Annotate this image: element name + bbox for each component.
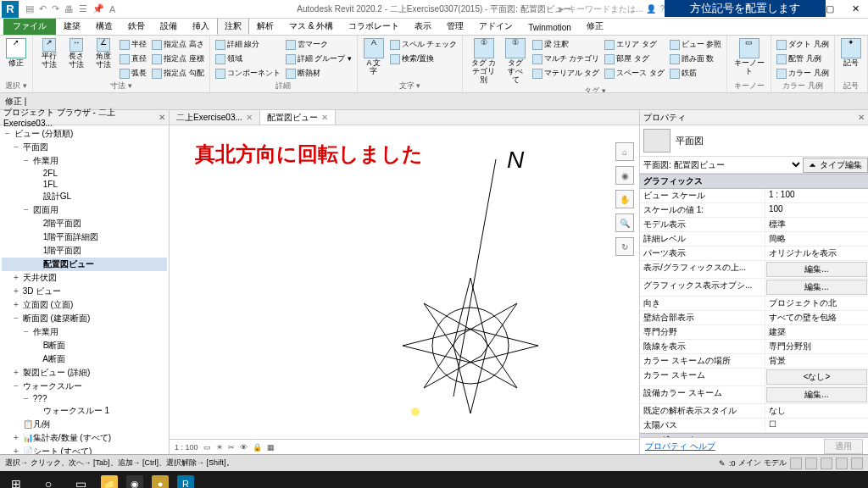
view-tab-project[interactable]: 二上Exercise03...✕ [170,110,260,125]
tab-struct[interactable]: 構造 [88,18,120,35]
tree-item[interactable]: 設計GL [2,190,167,203]
tree-item[interactable]: − ??? [2,393,167,404]
nav-zoom-icon[interactable]: 🔍 [615,214,634,232]
tree-item[interactable]: 1階平面詳細図 [2,230,167,244]
tab-steel[interactable]: 鉄骨 [120,18,153,35]
tree-item[interactable]: ウォークスルー 1 [2,404,167,418]
vsb-icon[interactable]: ▭ [203,443,211,452]
tread-button[interactable]: 踏み面 数 [668,52,724,66]
insulation-button[interactable]: 断熱材 [284,66,353,80]
spell-check-button[interactable]: スペル チェック [388,37,459,52]
space-tag-button[interactable]: スペース タグ [603,66,666,80]
edit-type-button[interactable]: ⏶ タイプ編集 [803,158,868,173]
revision-cloud-button[interactable]: 雲マーク [284,37,353,52]
tab-analyze[interactable]: 解析 [249,18,281,35]
start-button[interactable]: ⊞ [0,471,32,488]
qat-more-icon[interactable]: ☰ [79,3,87,14]
browser-close-icon[interactable]: ✕ [159,113,165,122]
title-search[interactable]: ► キーワードまたは... 👤 ? [557,3,665,15]
arc-length-button[interactable]: 弧長 [118,66,148,80]
tree-item[interactable]: 2FL [2,168,167,179]
color-legend-button[interactable]: カラー 凡例 [775,66,831,80]
tab-annotate[interactable]: 注釈 [217,18,249,35]
aligned-dim-button[interactable]: ↗平行寸法 [36,37,62,70]
radial-dim-button[interactable]: 半径 [118,37,148,52]
browser-tree[interactable]: − ビュー (分類順)− 平面図− 作業用 2FL 1FL 設計GL− 図面用 … [0,125,169,454]
multi-cat-button[interactable]: マルチ カテゴリ [531,52,602,66]
linear-dim-button[interactable]: ↔長さ寸法 [64,37,89,70]
tab-mass[interactable]: マス & 外構 [281,18,341,35]
spot-slope-button[interactable]: 指定点 勾配 [150,66,206,80]
user-icon[interactable]: 👤 [646,4,656,14]
qat-a-icon[interactable]: A [109,4,115,14]
spot-elev-button[interactable]: 指定点 高さ [150,37,206,52]
detail-group-button[interactable]: 詳細 グループ ▾ [284,52,353,66]
qat-save-icon[interactable]: ▤ [25,3,34,14]
tree-item[interactable]: − 作業用 [2,325,167,339]
vsb-icon[interactable]: ▦ [267,443,275,452]
region-button[interactable]: 領域 [214,52,282,66]
props-close-icon[interactable]: ✕ [858,113,865,122]
sb-filter-icon[interactable] [790,458,802,469]
tab-arch[interactable]: 建築 [56,18,88,35]
symbol-button[interactable]: ✦記号 [838,37,864,69]
text-button[interactable]: AA 文字 [361,37,387,77]
tree-item[interactable]: + 📄シート (すべて) [2,445,167,454]
tag-all-button[interactable]: ①タグ すべて [503,37,529,86]
sb-icon[interactable]: ✎ [719,459,726,468]
tab-modify[interactable]: 修正 [579,18,611,35]
tree-item[interactable]: − ウォークスルー [2,380,167,393]
tab-view[interactable]: 表示 [407,18,439,35]
tree-item[interactable]: 配置図ビュー [2,258,167,271]
north-arrow-symbol[interactable]: N [263,134,704,439]
tab-addin[interactable]: アドイン [471,18,520,35]
tree-item[interactable]: B断面 [2,339,167,352]
diameter-dim-button[interactable]: 直径 [118,52,148,66]
tb-app1[interactable]: ◉ [122,471,147,488]
area-tag-button[interactable]: エリア タグ [603,37,666,52]
tree-item[interactable]: + 天井伏図 [2,271,167,285]
sb-pin-icon[interactable] [836,458,848,469]
tree-item[interactable]: 1FL [2,179,167,190]
view-ref-button[interactable]: ビュー 参照 [668,37,724,52]
nav-home-icon[interactable]: ⌂ [615,142,634,161]
tb-explorer[interactable]: 📁 [97,471,122,488]
rebar-button[interactable]: 鉄筋 [668,66,724,80]
tag-category-button[interactable]: ①タグ カテゴリ別 [466,37,500,86]
room-tag-button[interactable]: 部屋 タグ [603,52,666,66]
close-button[interactable]: ✕ [843,0,868,19]
tab-manage[interactable]: 管理 [439,18,471,35]
tree-item[interactable]: 1階平面図 [2,244,167,258]
material-tag-button[interactable]: マテリアル タグ [531,66,602,80]
tab-file[interactable]: ファイル [3,18,56,35]
vsb-icon[interactable]: 🔒 [253,443,262,452]
cortana-button[interactable]: ○ [32,471,64,488]
view-tab-close-icon[interactable]: ✕ [246,113,253,122]
tree-item[interactable]: − 断面図 (建築断面) [2,312,167,325]
spot-coord-button[interactable]: 指定点 座標 [150,52,206,66]
drawing-canvas[interactable]: 真北方向に回転しました N ⌂ ◉ ✋ 🔍 ↻ [170,125,639,439]
tree-item[interactable]: − 作業用 [2,154,167,168]
qat-pin-icon[interactable]: 📌 [92,3,104,14]
nav-wheel-icon[interactable]: ◉ [615,166,634,185]
sb-drag-icon[interactable] [851,458,863,469]
tree-item[interactable]: + 製図ビュー (詳細) [2,366,167,380]
tree-item[interactable]: − 平面図 [2,141,167,154]
props-help-link[interactable]: プロパティ ヘルプ [645,441,715,452]
detail-line-button[interactable]: 詳細 線分 [214,37,282,52]
sb-main-model[interactable]: メイン モデル [738,458,787,469]
apply-button[interactable]: 適用 [824,439,863,454]
modify-button[interactable]: ➚修正 [3,37,29,69]
tab-mep[interactable]: 設備 [153,18,185,35]
view-scale[interactable]: 1 : 100 [175,443,198,452]
find-replace-button[interactable]: 検索/置換 [388,52,459,66]
tree-item[interactable]: 📋凡例 [2,418,167,431]
vsb-icon[interactable]: ✂ [228,443,235,452]
pipe-legend-button[interactable]: 配管 凡例 [775,52,831,66]
qat-print-icon[interactable]: 🖶 [64,4,74,14]
nav-orbit-icon[interactable]: ↻ [615,237,634,256]
duct-legend-button[interactable]: ダクト 凡例 [775,37,831,52]
tree-item[interactable]: − 図面用 [2,203,167,217]
keynote-button[interactable]: ▭キーノート [731,37,767,77]
tree-item[interactable]: + 3D ビュー [2,285,167,298]
